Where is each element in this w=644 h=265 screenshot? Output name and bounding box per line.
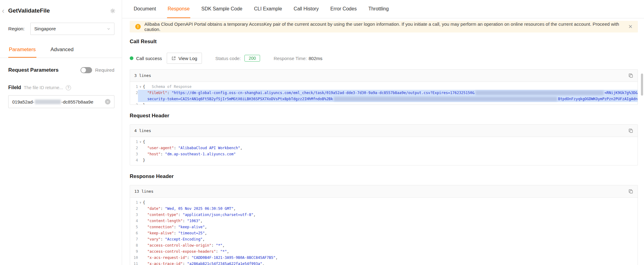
view-log-button[interactable]: View Log bbox=[167, 53, 202, 64]
code-token: { bbox=[143, 84, 145, 90]
code-line: 11 "x-acs-trace-id": "a286ab821c54f2345a… bbox=[130, 261, 638, 265]
settings-gear-icon[interactable] bbox=[110, 8, 116, 14]
call-success-label: Call success bbox=[136, 56, 162, 61]
code-line-content: ∨{ Schema of Response bbox=[138, 84, 638, 90]
code-line: 4 "content-length": "1063", bbox=[130, 218, 638, 224]
clear-input-icon[interactable]: × bbox=[105, 99, 110, 104]
code-token: "keep-alive" bbox=[178, 224, 205, 230]
tab-call-history[interactable]: Call History bbox=[293, 0, 319, 18]
tab-parameters[interactable]: Parameters bbox=[8, 44, 36, 58]
code-token: "Accept-Encoding" bbox=[165, 236, 203, 242]
success-dot-icon bbox=[130, 56, 133, 60]
tab-error-codes[interactable]: Error Codes bbox=[330, 0, 357, 18]
app: ‹ GetValidateFile Region: Singapore Para… bbox=[0, 0, 644, 265]
code-token: : bbox=[161, 151, 165, 157]
line-number: 2 bbox=[130, 90, 138, 96]
code-token: "1063" bbox=[187, 218, 200, 224]
line-number: 1 bbox=[130, 199, 138, 206]
code-line: 3} bbox=[130, 102, 638, 104]
code-line: 2 "user-agent": "AlibabaCloud API Workbe… bbox=[130, 145, 638, 151]
request-parameters-title: Request Parameters bbox=[8, 67, 58, 73]
tab-advanced[interactable]: Advanced bbox=[50, 44, 74, 58]
section-title: Response Header bbox=[130, 173, 638, 180]
code-token bbox=[143, 96, 147, 102]
code-token: "CADD0B4F-1821-3A95-9B0A-8BCC845AF7B5" bbox=[192, 255, 276, 261]
tab-sdk-sample-code[interactable]: SDK Sample Code bbox=[201, 0, 243, 18]
code-line-content: "vary": "Accept-Encoding", bbox=[138, 236, 638, 242]
code-token bbox=[143, 242, 147, 248]
warning-text: Alibaba Cloud OpenAPI Portal obtains a t… bbox=[144, 21, 625, 32]
chevron-down-icon bbox=[107, 27, 110, 31]
code-token: BtpdOnFzyqkgOGDWKOymPzPzn2PUFzAIgAdn bbox=[558, 96, 638, 102]
region-label: Region: bbox=[8, 26, 30, 32]
code-line-content: "access-control-expose-headers": "*", bbox=[138, 248, 638, 255]
sidebar-tabs: Parameters Advanced bbox=[0, 44, 122, 58]
collapse-caret-icon[interactable]: ∨ bbox=[138, 84, 143, 90]
fileid-label-row: FileId The file ID returne... ? bbox=[8, 85, 114, 90]
code-line-content: "host": "dm.ap-southeast-1.aliyuncs.com" bbox=[138, 151, 638, 157]
code-token bbox=[143, 224, 147, 230]
code-token: : bbox=[161, 236, 165, 242]
line-number bbox=[130, 96, 138, 102]
code-line-content: } bbox=[138, 102, 638, 104]
line-number: 8 bbox=[130, 242, 138, 248]
line-number: 3 bbox=[130, 212, 138, 218]
line-number: 3 bbox=[130, 102, 138, 104]
region-select[interactable]: Singapore bbox=[30, 23, 114, 35]
code-line-content: "content-type": "application/json;charse… bbox=[138, 212, 638, 218]
code-token bbox=[143, 90, 147, 96]
code-line-content: "content-length": "1063", bbox=[138, 218, 638, 224]
copy-icon[interactable] bbox=[628, 189, 633, 194]
code-token: , bbox=[205, 224, 207, 230]
code-line: 1∨{ bbox=[130, 139, 638, 145]
collapse-caret-icon[interactable]: ∨ bbox=[138, 139, 143, 145]
code-token bbox=[143, 236, 147, 242]
line-number: 7 bbox=[130, 236, 138, 242]
line-number: 1 bbox=[130, 139, 138, 145]
code-token: { bbox=[143, 199, 145, 206]
line-number: 1 bbox=[130, 84, 138, 90]
tab-throttling[interactable]: Throttling bbox=[368, 0, 389, 18]
line-count-label: 4 lines bbox=[134, 128, 151, 133]
tab-cli-example[interactable]: CLI Example bbox=[253, 0, 283, 18]
status-code-label: Status code: bbox=[215, 56, 241, 61]
code-token: } bbox=[143, 102, 145, 104]
help-icon[interactable]: ? bbox=[66, 85, 71, 90]
code-block-header: 3 lines bbox=[130, 70, 638, 82]
code-token: , bbox=[200, 218, 203, 224]
scrollbar-thumb[interactable] bbox=[641, 74, 643, 96]
line-number: 9 bbox=[130, 248, 138, 255]
code-line: security-token=CAISrAN1q6Ft5B2yfSjIr5mMG… bbox=[130, 96, 638, 102]
call-status-row: Call success View Log Status code: 200 R… bbox=[130, 53, 638, 64]
code-token: : bbox=[187, 255, 192, 261]
call-result-title: Call Result bbox=[130, 39, 638, 45]
fileid-value-suffix: -dc8557b8aa9e bbox=[61, 99, 93, 104]
code-token bbox=[143, 151, 147, 157]
code-token: "date" bbox=[147, 206, 160, 212]
tab-response[interactable]: Response bbox=[167, 0, 190, 18]
code-token: "Wed, 05 Nov 2025 06:30:50 GMT" bbox=[165, 206, 233, 212]
copy-icon[interactable] bbox=[628, 73, 633, 78]
code-token: , bbox=[240, 145, 242, 151]
fileid-input[interactable]: 019a52ad--dc8557b8aa9e × bbox=[8, 95, 114, 108]
code-block-header: 13 lines bbox=[130, 185, 638, 198]
back-icon[interactable]: ‹ bbox=[2, 7, 5, 15]
line-number: 3 bbox=[130, 151, 138, 157]
code-token: Schema of Response bbox=[145, 84, 192, 90]
code-token: "access-control-allow-origin" bbox=[147, 242, 211, 248]
fileid-label: FileId bbox=[8, 85, 21, 90]
code-sections: 3 lines1∨{ Schema of Response2 "FileUrl"… bbox=[130, 69, 638, 265]
line-number: 2 bbox=[130, 206, 138, 212]
close-icon[interactable]: × bbox=[628, 23, 632, 30]
code-block: 3 lines1∨{ Schema of Response2 "FileUrl"… bbox=[130, 69, 638, 105]
code-line: 1∨{ Schema of Response bbox=[130, 84, 638, 90]
copy-icon[interactable] bbox=[628, 128, 633, 133]
main-content: DocumentResponseSDK Sample CodeCLI Examp… bbox=[122, 0, 644, 265]
code-token bbox=[143, 261, 147, 265]
code-line: 4} bbox=[130, 157, 638, 163]
line-count-label: 3 lines bbox=[134, 73, 151, 78]
code-line: 10 "x-acs-request-id": "CADD0B4F-1821-3A… bbox=[130, 255, 638, 261]
collapse-caret-icon[interactable]: ∨ bbox=[138, 199, 143, 206]
tab-document[interactable]: Document bbox=[133, 0, 157, 18]
required-toggle[interactable] bbox=[80, 67, 92, 73]
